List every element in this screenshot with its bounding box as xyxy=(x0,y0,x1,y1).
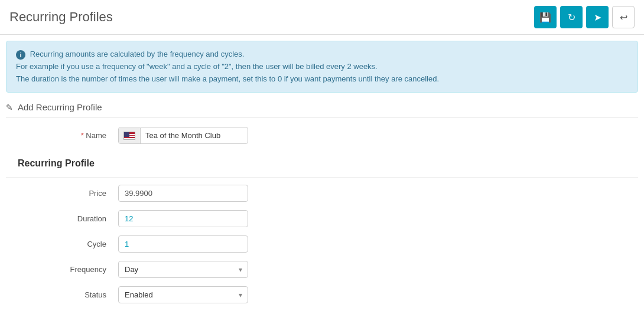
info-icon: i xyxy=(16,50,25,60)
page-title: Recurring Profiles xyxy=(9,9,113,25)
frequency-field-group: Frequency Day Week Semi-Month Month Year… xyxy=(6,261,638,278)
section-divider xyxy=(6,177,638,178)
cycle-label: Cycle xyxy=(12,240,118,248)
header-actions: 💾 ↻ ➤ ↩ xyxy=(534,6,635,28)
status-label: Status xyxy=(12,290,118,299)
name-field-group: Name xyxy=(6,127,638,144)
logout-button[interactable]: ➤ xyxy=(586,6,609,28)
duration-input[interactable] xyxy=(118,210,248,227)
cycle-input[interactable] xyxy=(118,235,248,253)
price-input[interactable] xyxy=(118,185,248,202)
refresh-button[interactable]: ↻ xyxy=(560,6,583,28)
status-select[interactable]: Enabled Disabled xyxy=(118,286,248,303)
info-line2: For example if you use a frequency of "w… xyxy=(16,62,378,71)
frequency-label: Frequency xyxy=(12,265,118,274)
status-field-group: Status Enabled Disabled ▾ xyxy=(6,286,638,303)
subsection-title: Recurring Profile xyxy=(6,152,638,175)
pencil-icon: ✎ xyxy=(6,103,13,112)
duration-field-group: Duration xyxy=(6,210,638,227)
page-header: Recurring Profiles 💾 ↻ ➤ ↩ xyxy=(0,0,644,35)
section-header: ✎ Add Recurring Profile xyxy=(6,102,638,117)
status-select-wrapper: Enabled Disabled ▾ xyxy=(118,286,248,303)
save-icon: 💾 xyxy=(539,12,551,23)
us-flag xyxy=(123,132,135,140)
back-button[interactable]: ↩ xyxy=(612,6,635,28)
add-recurring-section: ✎ Add Recurring Profile Name Recurring P… xyxy=(6,102,638,303)
name-label: Name xyxy=(12,131,118,140)
name-input-wrapper xyxy=(118,127,248,144)
duration-label: Duration xyxy=(12,214,118,223)
frequency-select-wrapper: Day Week Semi-Month Month Year ▾ xyxy=(118,261,248,278)
frequency-select[interactable]: Day Week Semi-Month Month Year xyxy=(118,261,248,278)
cycle-field-group: Cycle xyxy=(6,235,638,253)
refresh-icon: ↻ xyxy=(568,12,575,23)
name-input[interactable] xyxy=(141,127,235,143)
price-field-group: Price xyxy=(6,185,638,202)
info-line3: The duration is the number of times the … xyxy=(16,74,439,83)
save-button[interactable]: 💾 xyxy=(534,6,557,28)
flag-icon xyxy=(119,128,141,143)
info-banner: i Recurring amounts are calculated by th… xyxy=(6,41,638,93)
price-label: Price xyxy=(12,189,118,198)
logout-icon: ➤ xyxy=(594,12,601,23)
section-title: Add Recurring Profile xyxy=(18,102,102,112)
back-icon: ↩ xyxy=(620,12,627,23)
info-line1: Recurring amounts are calculated by the … xyxy=(30,50,245,58)
